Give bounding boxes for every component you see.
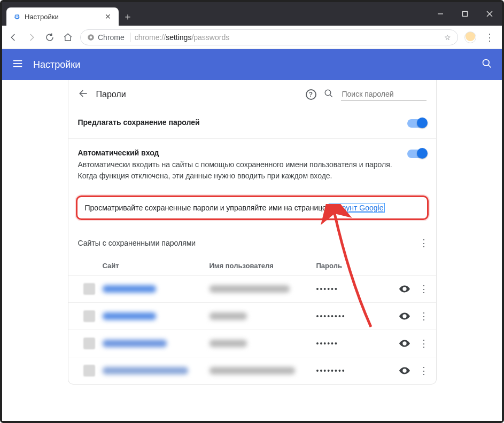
row-menu-button[interactable]: ⋮ xyxy=(419,310,427,322)
close-tab-icon[interactable]: ✕ xyxy=(105,12,111,21)
site-cell[interactable] xyxy=(103,285,156,293)
password-row: •••••••• ⋮ xyxy=(68,302,436,330)
manage-text: Просматривайте сохраненные пароли и упра… xyxy=(85,203,329,212)
window-titlebar: ⚙ Настройки ✕ ＋ xyxy=(2,2,502,26)
bookmark-star-icon[interactable]: ☆ xyxy=(444,33,451,42)
password-cell: •••••••• xyxy=(316,366,391,375)
help-icon[interactable]: ? xyxy=(306,89,316,100)
new-tab-button[interactable]: ＋ xyxy=(119,7,137,26)
auto-signin-row: Автоматический вход Автоматически входит… xyxy=(68,138,436,191)
site-favicon xyxy=(83,338,95,349)
site-cell[interactable] xyxy=(103,367,188,374)
password-search-input[interactable] xyxy=(341,88,427,101)
col-site: Сайт xyxy=(103,262,210,270)
username-cell xyxy=(210,312,247,320)
site-favicon xyxy=(83,283,95,295)
gear-icon: ⚙ xyxy=(14,13,20,21)
password-cell: •••••• xyxy=(316,285,391,293)
url-text: chrome://settings/passwords xyxy=(135,33,229,42)
nav-forward-button[interactable] xyxy=(26,32,37,43)
password-cell: •••••••• xyxy=(316,312,391,320)
settings-title: Настройки xyxy=(33,59,80,70)
settings-scroll[interactable]: Пароли ? Предлагать сохранение паролей xyxy=(2,80,502,421)
settings-search-button[interactable] xyxy=(482,58,492,71)
offer-save-row: Предлагать сохранение паролей xyxy=(68,108,436,138)
settings-header: Настройки xyxy=(2,49,502,80)
row-menu-button[interactable]: ⋮ xyxy=(419,365,427,377)
site-favicon xyxy=(83,310,95,322)
back-button[interactable] xyxy=(78,88,89,101)
close-window-button[interactable] xyxy=(477,2,502,26)
card-header: Пароли ? xyxy=(68,80,436,108)
saved-sites-menu[interactable]: ⋮ xyxy=(419,237,427,249)
svg-rect-1 xyxy=(463,12,468,17)
svg-point-5 xyxy=(90,36,92,38)
svg-point-12 xyxy=(325,90,331,96)
menu-button[interactable] xyxy=(12,58,24,72)
svg-point-9 xyxy=(483,60,490,66)
auto-signin-title: Автоматический вход xyxy=(78,148,401,157)
auto-signin-desc: Автоматически входить на сайты с помощью… xyxy=(78,159,401,182)
svg-line-13 xyxy=(330,95,332,97)
maximize-button[interactable] xyxy=(453,2,477,26)
row-menu-button[interactable]: ⋮ xyxy=(419,338,427,349)
nav-back-button[interactable] xyxy=(7,32,19,43)
auto-signin-toggle[interactable] xyxy=(407,150,427,158)
site-chip-label: Chrome xyxy=(98,33,125,42)
saved-sites-header: Сайты с сохраненными паролями ⋮ xyxy=(68,230,436,256)
row-menu-button[interactable]: ⋮ xyxy=(419,283,427,295)
minimize-button[interactable] xyxy=(428,2,453,26)
browser-menu-button[interactable]: ⋮ xyxy=(483,32,497,43)
page-title: Пароли xyxy=(96,90,126,99)
password-row: •••••• ⋮ xyxy=(68,275,436,302)
password-row: •••••••• ⋮ xyxy=(68,357,436,384)
site-cell[interactable] xyxy=(103,312,156,320)
show-password-button[interactable] xyxy=(399,338,410,349)
reload-button[interactable] xyxy=(44,32,56,43)
chrome-logo-icon xyxy=(87,34,95,41)
content-area: Настройки Пароли ? xyxy=(2,49,502,421)
show-password-button[interactable] xyxy=(399,283,410,295)
google-account-link[interactable]: Аккаунт Google xyxy=(329,203,385,213)
saved-sites-label: Сайты с сохраненными паролями xyxy=(78,239,196,247)
site-favicon xyxy=(83,365,95,377)
col-user: Имя пользователя xyxy=(210,262,316,270)
username-cell xyxy=(210,285,290,293)
offer-save-label: Предлагать сохранение паролей xyxy=(78,118,401,127)
window-controls xyxy=(428,2,502,26)
svg-line-10 xyxy=(489,65,491,68)
show-password-button[interactable] xyxy=(399,310,410,322)
home-button[interactable] xyxy=(62,32,74,43)
toolbar: Chrome chrome://settings/passwords ☆ ⋮ xyxy=(2,26,502,49)
search-icon xyxy=(324,89,334,100)
tab-strip: ⚙ Настройки ✕ ＋ xyxy=(2,2,428,26)
tab-title: Настройки xyxy=(25,13,59,21)
show-password-button[interactable] xyxy=(399,365,410,377)
username-cell xyxy=(210,367,295,374)
password-cell: •••••• xyxy=(316,339,391,348)
site-cell[interactable] xyxy=(103,340,167,347)
password-row: •••••• ⋮ xyxy=(68,330,436,357)
table-columns: Сайт Имя пользователя Пароль xyxy=(68,256,436,275)
username-cell xyxy=(210,340,247,347)
address-bar[interactable]: Chrome chrome://settings/passwords ☆ xyxy=(80,29,458,45)
col-pass: Пароль xyxy=(316,262,427,270)
browser-tab[interactable]: ⚙ Настройки ✕ xyxy=(6,7,119,26)
site-identity-chip[interactable]: Chrome xyxy=(87,33,130,42)
profile-avatar[interactable] xyxy=(464,32,476,43)
passwords-card: Пароли ? Предлагать сохранение паролей xyxy=(68,80,437,385)
offer-save-toggle[interactable] xyxy=(407,119,427,128)
manage-passwords-note: Просматривайте сохраненные пароли и упра… xyxy=(76,195,429,220)
